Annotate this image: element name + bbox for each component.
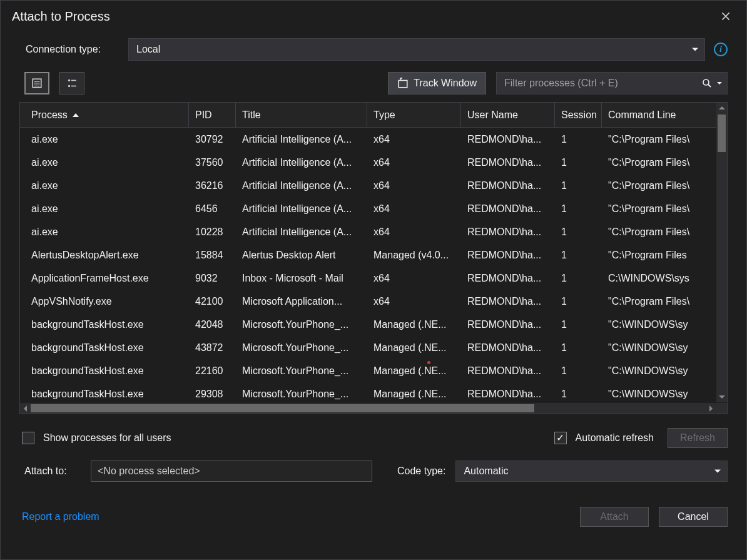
close-icon (721, 12, 730, 21)
cell-title: Artificial Intelligence (A... (236, 227, 367, 238)
track-window-button[interactable]: Track Window (388, 72, 486, 94)
cell-title: Microsoft.YourPhone_... (236, 342, 367, 354)
connection-type-select[interactable]: Local (128, 38, 705, 61)
cell-session: 1 (555, 342, 602, 354)
scroll-corner (716, 403, 727, 414)
cell-pid: 42048 (189, 319, 236, 330)
cell-title: Inbox - Microsoft - Mail (236, 273, 367, 284)
cell-session: 1 (555, 319, 602, 330)
table-row[interactable]: AlertusDesktopAlert.exe15884Alertus Desk… (20, 243, 716, 267)
code-type-label: Code type: (397, 466, 445, 477)
cell-title: Microsoft.YourPhone_... (236, 319, 367, 330)
table-row[interactable]: ai.exe36216Artificial Intelligence (A...… (20, 174, 716, 197)
search-icon[interactable] (702, 78, 722, 88)
filter-input[interactable] (504, 78, 702, 89)
sort-ascending-icon (73, 113, 79, 117)
table-row[interactable]: backgroundTaskHost.exe43872Microsoft.You… (20, 336, 716, 359)
column-type[interactable]: Type (367, 103, 461, 127)
report-problem-link[interactable]: Report a problem (22, 511, 99, 522)
horizontal-scroll-thumb[interactable] (31, 404, 534, 412)
info-icon[interactable]: i (714, 43, 728, 56)
cell-type: x64 (367, 157, 461, 168)
cell-pid: 22160 (189, 365, 236, 377)
table-row[interactable]: ai.exe37560Artificial Intelligence (A...… (20, 151, 716, 174)
cell-type: x64 (367, 273, 461, 284)
cancel-button[interactable]: Cancel (659, 507, 728, 527)
cell-title: Artificial Intelligence (A... (236, 203, 367, 215)
cell-session: 1 (555, 180, 602, 191)
cell-user: REDMOND\ha... (461, 365, 555, 377)
view-mode-tree-button[interactable] (59, 72, 84, 94)
table-row[interactable]: ApplicationFrameHost.exe9032Inbox - Micr… (20, 267, 716, 290)
refresh-button[interactable]: Refresh (668, 428, 728, 448)
close-button[interactable] (716, 7, 735, 26)
scroll-left-button[interactable] (20, 403, 31, 414)
cell-user: REDMOND\ha... (461, 389, 555, 400)
cell-type: Managed (.NE... (367, 342, 461, 354)
cell-process: backgroundTaskHost.exe (20, 342, 189, 354)
vertical-scrollbar[interactable] (716, 103, 727, 402)
cell-type: Managed (.NE... (367, 365, 461, 377)
column-process[interactable]: Process (20, 103, 189, 127)
vertical-scroll-thumb[interactable] (718, 115, 726, 152)
attach-button[interactable]: Attach (580, 507, 649, 527)
cell-command-line: "C:\Program Files\ (602, 203, 708, 215)
scroll-right-button[interactable] (706, 403, 716, 414)
cell-command-line: "C:\Program Files (602, 250, 708, 261)
cell-pid: 36216 (189, 180, 236, 191)
cell-command-line: "C:\WINDOWS\sy (602, 365, 708, 377)
table-row[interactable]: ai.exe10228Artificial Intelligence (A...… (20, 220, 716, 243)
cell-user: REDMOND\ha... (461, 273, 555, 284)
svg-rect-8 (399, 81, 407, 88)
dialog-title: Attach to Process (12, 9, 110, 24)
filter-box[interactable] (496, 72, 728, 94)
cell-user: REDMOND\ha... (461, 134, 555, 145)
cell-type: Managed (.NE... (367, 389, 461, 400)
cell-title: Alertus Desktop Alert (236, 250, 367, 261)
grid-body: ai.exe30792Artificial Intelligence (A...… (20, 128, 716, 403)
cell-pid: 42100 (189, 296, 236, 307)
horizontal-scrollbar[interactable] (20, 403, 716, 414)
cell-type: x64 (367, 227, 461, 238)
titlebar: Attach to Process (1, 1, 746, 32)
column-title[interactable]: Title (236, 103, 367, 127)
attach-to-value: <No process selected> (91, 461, 372, 482)
toolbar: Track Window (1, 67, 746, 102)
cell-session: 1 (555, 296, 602, 307)
show-all-users-label: Show processes for all users (43, 432, 171, 444)
table-row[interactable]: AppVShNotify.exe42100Microsoft Applicati… (20, 290, 716, 313)
cell-process: ai.exe (20, 134, 189, 145)
cell-command-line: "C:\Program Files\ (602, 296, 708, 307)
cell-pid: 30792 (189, 134, 236, 145)
cell-session: 1 (555, 157, 602, 168)
cell-type: Managed (v4.0... (367, 250, 461, 261)
show-all-users-checkbox[interactable] (22, 432, 34, 444)
scroll-up-button[interactable] (716, 103, 727, 113)
column-pid[interactable]: PID (189, 103, 236, 127)
table-row[interactable]: backgroundTaskHost.exe42048Microsoft.You… (20, 313, 716, 336)
view-mode-list-button[interactable] (24, 72, 49, 94)
scroll-down-button[interactable] (716, 392, 727, 402)
table-row[interactable]: backgroundTaskHost.exe22160Microsoft.You… (20, 359, 716, 382)
table-row[interactable]: backgroundTaskHost.exe29308Microsoft.You… (20, 382, 716, 403)
cell-process: ApplicationFrameHost.exe (20, 273, 189, 284)
cell-session: 1 (555, 134, 602, 145)
cell-user: REDMOND\ha... (461, 180, 555, 191)
column-command-line[interactable]: Command Line (602, 103, 708, 127)
column-session[interactable]: Session (555, 103, 602, 127)
cell-pid: 10228 (189, 227, 236, 238)
code-type-select[interactable]: Automatic (455, 461, 728, 482)
cell-process: backgroundTaskHost.exe (20, 365, 189, 377)
connection-type-label: Connection type: (26, 44, 119, 55)
automatic-refresh-checkbox[interactable] (554, 432, 567, 444)
table-row[interactable]: ai.exe30792Artificial Intelligence (A...… (20, 128, 716, 151)
track-window-label: Track Window (414, 78, 477, 89)
process-grid: Process PID Title Type User Name Session… (19, 102, 728, 414)
table-row[interactable]: ai.exe6456Artificial Intelligence (A...x… (20, 197, 716, 220)
attach-to-label: Attach to: (24, 466, 81, 477)
cell-user: REDMOND\ha... (461, 342, 555, 354)
cell-pid: 29308 (189, 389, 236, 400)
column-user-name[interactable]: User Name (461, 103, 555, 127)
connection-row: Connection type: Local i (1, 32, 746, 67)
svg-point-5 (68, 85, 70, 87)
